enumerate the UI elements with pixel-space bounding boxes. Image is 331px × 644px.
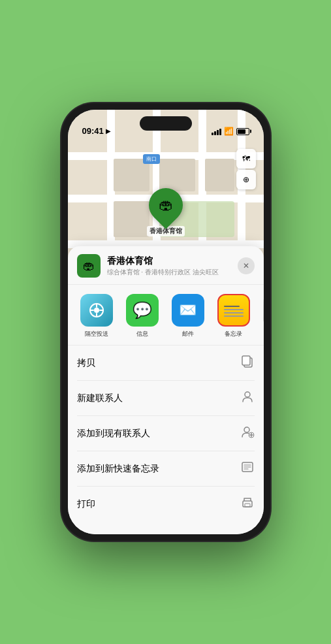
sheet-header: 🏟 香港体育馆 综合体育馆 · 香港特别行政区 油尖旺区 ✕ <box>68 246 264 285</box>
notes-icon[interactable] <box>217 294 250 327</box>
map-controls[interactable]: 🗺 ⊕ <box>236 149 256 189</box>
copy-icon <box>240 354 255 372</box>
action-add-existing[interactable]: 添加到现有联系人 <box>77 416 255 451</box>
dynamic-island <box>140 116 192 131</box>
quick-note-icon <box>240 460 255 477</box>
action-list: 拷贝 新建联系人 <box>68 346 264 521</box>
action-copy[interactable]: 拷贝 <box>77 346 255 381</box>
mail-label: 邮件 <box>182 330 194 338</box>
action-add-existing-label: 添加到现有联系人 <box>77 428 150 440</box>
action-new-contact-label: 新建联系人 <box>77 393 123 404</box>
notes-label: 备忘录 <box>225 330 242 338</box>
venue-emoji: 🏟 <box>83 259 95 273</box>
share-airdrop-item[interactable]: 隔空投送 <box>77 294 116 338</box>
messages-label: 信息 <box>136 330 148 338</box>
svg-point-4 <box>245 392 250 397</box>
share-more-item[interactable]: 提 <box>260 294 264 338</box>
status-icons: 📶 <box>212 127 249 136</box>
venue-info: 香港体育馆 综合体育馆 · 香港特别行政区 油尖旺区 <box>107 255 238 277</box>
stadium-marker: 🏟 香港体育馆 <box>147 188 185 236</box>
share-mail-item[interactable]: ✉️ 邮件 <box>168 294 208 338</box>
action-add-quick-note-label: 添加到新快速备忘录 <box>77 463 159 475</box>
stadium-icon: 🏟 <box>159 197 173 214</box>
venue-description: 综合体育馆 · 香港特别行政区 油尖旺区 <box>107 268 238 277</box>
share-notes-item[interactable]: 备忘录 <box>214 294 253 338</box>
action-print[interactable]: 打印 <box>77 487 255 521</box>
more-icon[interactable] <box>263 294 264 327</box>
new-contact-icon <box>240 389 255 407</box>
marker-pin: 🏟 <box>142 181 190 229</box>
map-type-button[interactable]: 🗺 <box>236 149 256 169</box>
close-button[interactable]: ✕ <box>238 257 255 274</box>
messages-icon[interactable]: 💬 <box>126 294 159 327</box>
signal-bars-icon <box>212 127 221 135</box>
bottom-sheet: 🏟 香港体育馆 综合体育馆 · 香港特别行政区 油尖旺区 ✕ <box>68 246 264 534</box>
venue-name: 香港体育馆 <box>107 255 238 267</box>
share-row: 隔空投送 💬 信息 ✉️ 邮件 <box>68 285 264 346</box>
svg-point-5 <box>244 427 249 432</box>
mail-icon[interactable]: ✉️ <box>172 294 204 327</box>
svg-rect-3 <box>242 356 250 365</box>
battery-icon <box>236 128 249 135</box>
add-contact-icon <box>240 425 255 442</box>
action-copy-label: 拷贝 <box>77 357 95 369</box>
airdrop-icon[interactable] <box>80 294 113 327</box>
action-add-quick-note[interactable]: 添加到新快速备忘录 <box>77 451 255 487</box>
wifi-icon: 📶 <box>224 127 234 136</box>
location-arrow-icon: ▶ <box>106 127 111 135</box>
notes-lines <box>219 299 249 319</box>
map-south-entrance-label: 南口 <box>143 154 160 164</box>
phone-frame: 09:41 ▶ 📶 <box>61 103 270 541</box>
action-new-contact[interactable]: 新建联系人 <box>77 381 255 416</box>
action-print-label: 打印 <box>77 498 95 510</box>
print-icon <box>240 495 255 513</box>
airdrop-label: 隔空投送 <box>85 330 108 338</box>
phone-screen: 09:41 ▶ 📶 <box>68 110 264 534</box>
location-button[interactable]: ⊕ <box>236 170 256 189</box>
svg-point-1 <box>94 308 99 313</box>
venue-icon: 🏟 <box>77 254 101 278</box>
status-time: 09:41 <box>82 126 104 136</box>
share-messages-item[interactable]: 💬 信息 <box>123 294 162 338</box>
